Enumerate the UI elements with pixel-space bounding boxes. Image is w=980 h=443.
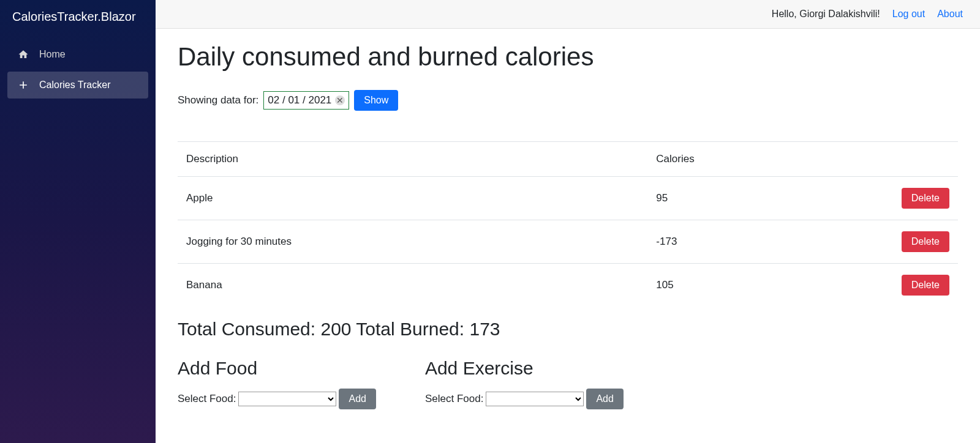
sidebar: CaloriesTracker.Blazor Home Calories Tra… — [0, 0, 156, 443]
table-row: Banana 105 Delete — [178, 264, 958, 307]
add-exercise-section: Add Exercise Select Food: Add — [425, 358, 624, 409]
select-exercise-label: Select Food: — [425, 393, 483, 405]
sidebar-item-label: Home — [39, 49, 66, 60]
delete-button[interactable]: Delete — [902, 231, 949, 252]
clear-date-icon[interactable]: ✕ — [335, 95, 345, 105]
cell-description: Apple — [178, 177, 647, 220]
delete-button[interactable]: Delete — [902, 275, 949, 296]
home-icon — [17, 48, 29, 61]
main-area: Hello, Giorgi Dalakishvili! Log out Abou… — [156, 0, 980, 443]
date-label: Showing data for: — [178, 94, 258, 106]
add-exercise-button[interactable]: Add — [586, 389, 623, 409]
calories-table: Description Calories Apple 95 Delete Jog… — [178, 141, 958, 307]
show-button[interactable]: Show — [354, 90, 398, 111]
plus-icon — [17, 79, 29, 91]
sidebar-item-label: Calories Tracker — [39, 80, 110, 91]
consumed-value: 200 — [320, 319, 351, 339]
burned-value: 173 — [469, 319, 500, 339]
sidebar-item-home[interactable]: Home — [7, 41, 148, 68]
add-exercise-title: Add Exercise — [425, 358, 624, 379]
app-brand: CaloriesTracker.Blazor — [0, 0, 156, 34]
delete-button[interactable]: Delete — [902, 188, 949, 209]
col-actions — [860, 142, 958, 177]
cell-description: Jogging for 30 minutes — [178, 220, 647, 264]
page-title: Daily consumed and burned calories — [178, 42, 958, 72]
cell-description: Banana — [178, 264, 647, 307]
add-food-section: Add Food Select Food: Add — [178, 358, 376, 409]
add-food-button[interactable]: Add — [339, 389, 375, 409]
consumed-label: Total Consumed: — [178, 319, 315, 339]
topbar: Hello, Giorgi Dalakishvili! Log out Abou… — [156, 0, 980, 29]
food-select[interactable] — [238, 392, 336, 406]
exercise-select[interactable] — [486, 392, 584, 406]
date-value: 02 / 01 / 2021 — [268, 94, 331, 106]
col-description: Description — [178, 142, 647, 177]
sidebar-item-calories-tracker[interactable]: Calories Tracker — [7, 72, 148, 99]
cell-calories: 95 — [647, 177, 860, 220]
table-row: Apple 95 Delete — [178, 177, 958, 220]
logout-link[interactable]: Log out — [892, 9, 925, 20]
cell-calories: 105 — [647, 264, 860, 307]
content: Daily consumed and burned calories Showi… — [156, 29, 980, 434]
about-link[interactable]: About — [937, 9, 963, 20]
select-food-label: Select Food: — [178, 393, 236, 405]
sidebar-nav: Home Calories Tracker — [0, 34, 156, 110]
burned-label: Total Burned: — [356, 319, 464, 339]
user-greeting: Hello, Giorgi Dalakishvili! — [772, 9, 880, 20]
add-food-title: Add Food — [178, 358, 376, 379]
add-forms-row: Add Food Select Food: Add Add Exercise S… — [178, 358, 958, 409]
totals-summary: Total Consumed: 200 Total Burned: 173 — [178, 319, 958, 340]
date-input[interactable]: 02 / 01 / 2021 ✕ — [263, 91, 349, 110]
date-filter-row: Showing data for: 02 / 01 / 2021 ✕ Show — [178, 90, 958, 111]
table-row: Jogging for 30 minutes -173 Delete — [178, 220, 958, 264]
col-calories: Calories — [647, 142, 860, 177]
cell-calories: -173 — [647, 220, 860, 264]
